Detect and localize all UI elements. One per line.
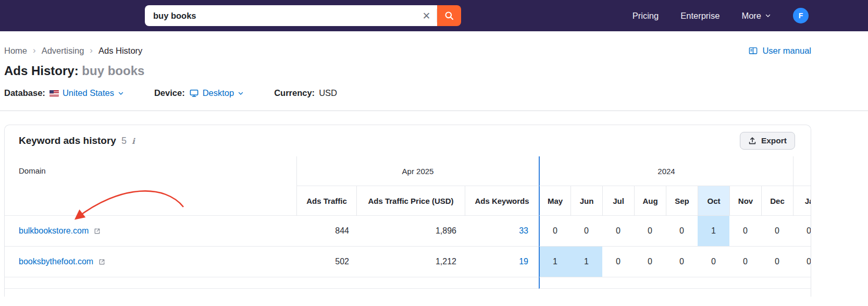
- external-link-icon[interactable]: [93, 227, 101, 235]
- nav-more[interactable]: More: [741, 11, 771, 21]
- device-filter: Device: Desktop: [154, 88, 244, 98]
- column-group-apr-2025: Apr 2025: [296, 156, 539, 186]
- month-cell: 0: [729, 247, 761, 277]
- search-bar: ✕: [145, 5, 461, 26]
- column-header-month: Dec: [761, 186, 793, 216]
- clear-search-button[interactable]: ✕: [416, 9, 437, 22]
- nav-enterprise[interactable]: Enterprise: [680, 11, 720, 21]
- top-nav: Pricing Enterprise More F: [633, 8, 868, 23]
- database-label: Database:: [4, 88, 45, 98]
- ads-keywords-link[interactable]: 33: [519, 226, 528, 236]
- ads-keywords-value: 33: [465, 216, 539, 247]
- breadcrumb-advertising[interactable]: Advertising: [42, 46, 84, 56]
- month-cell: 1: [539, 247, 571, 277]
- chevron-down-icon: [765, 13, 771, 19]
- month-cell: 0: [602, 216, 634, 247]
- month-cell: 0: [634, 247, 666, 277]
- table-row-domain: bulkbookstore.com: [5, 216, 296, 247]
- table-row-domain: booksbythefoot.com: [5, 247, 296, 277]
- keyword-ads-history-card: Keyword ads history 5 i Export Domain Ap…: [4, 125, 811, 297]
- column-header-month: Oct: [698, 186, 729, 216]
- month-cell: 0: [793, 216, 811, 247]
- export-icon: [748, 137, 757, 145]
- column-header-ads-keywords: Ads Keywords: [465, 186, 539, 216]
- user-manual-link[interactable]: User manual: [748, 46, 811, 56]
- device-label: Device:: [154, 88, 185, 98]
- ads-traffic-value: 502: [296, 247, 356, 277]
- month-cell: 0: [634, 216, 666, 247]
- section-divider: [0, 111, 868, 111]
- ads-traffic-price-value: 1,896: [356, 216, 465, 247]
- avatar[interactable]: F: [793, 8, 809, 23]
- column-header-month: Jun: [571, 186, 602, 216]
- us-flag-icon: [49, 90, 59, 96]
- table-row-partial: [5, 277, 539, 289]
- month-cell: 0: [602, 247, 634, 277]
- table-row-partial: [539, 277, 811, 289]
- domain-link[interactable]: booksbythefoot.com: [19, 257, 93, 266]
- search-submit-button[interactable]: [437, 5, 461, 26]
- column-group-2024: 2024: [539, 156, 793, 186]
- month-cell: 0: [666, 247, 698, 277]
- page-title-query: buy books: [82, 64, 144, 78]
- month-cell: 0: [793, 247, 811, 277]
- column-header-month: Ja: [793, 186, 811, 216]
- column-header-ads-traffic-price: Ads Traffic Price (USD): [356, 186, 465, 216]
- nav-pricing[interactable]: Pricing: [633, 11, 659, 21]
- search-input[interactable]: [145, 5, 437, 26]
- breadcrumb: Home › Advertising › Ads History: [4, 45, 142, 56]
- column-header-ads-traffic: Ads Traffic: [296, 186, 356, 216]
- info-icon[interactable]: i: [132, 137, 135, 146]
- month-cell: 0: [761, 247, 793, 277]
- desktop-icon: [189, 88, 199, 98]
- month-cell: 1: [571, 247, 602, 277]
- search-icon: [444, 10, 454, 21]
- chevron-down-icon: [118, 90, 124, 96]
- month-cell: 0: [698, 247, 729, 277]
- column-header-domain: Domain: [5, 156, 296, 216]
- page-title: Ads History: buy books: [4, 64, 864, 78]
- month-cell: 1: [698, 216, 729, 247]
- month-cell: 0: [666, 216, 698, 247]
- currency-value: USD: [319, 88, 337, 98]
- export-button[interactable]: Export: [740, 132, 795, 150]
- chevron-right-icon: ›: [33, 45, 36, 56]
- month-cell: 0: [729, 216, 761, 247]
- breadcrumb-home[interactable]: Home: [4, 46, 27, 56]
- chevron-down-icon: [238, 90, 244, 96]
- ads-traffic-value: 844: [296, 216, 356, 247]
- database-filter: Database: United States: [4, 88, 124, 98]
- close-icon: ✕: [423, 11, 431, 21]
- column-header-month: Jul: [602, 186, 634, 216]
- breadcrumb-current: Ads History: [98, 46, 142, 56]
- card-title: Keyword ads history 5 i: [19, 135, 135, 146]
- currency-label: Currency:: [274, 88, 315, 98]
- filters-bar: Database: United States Device: Desktop: [4, 88, 864, 98]
- result-count: 5: [121, 136, 127, 146]
- column-header-month: Sep: [666, 186, 698, 216]
- external-link-icon[interactable]: [98, 258, 106, 266]
- column-group-next: [793, 156, 811, 186]
- database-select[interactable]: United States: [49, 88, 124, 98]
- column-header-month: Aug: [634, 186, 666, 216]
- ads-traffic-price-value: 1,212: [356, 247, 465, 277]
- user-manual-label: User manual: [762, 46, 811, 56]
- ads-keywords-value: 19: [465, 247, 539, 277]
- book-icon: [748, 46, 758, 56]
- month-cell: 0: [761, 216, 793, 247]
- domain-link[interactable]: bulkbookstore.com: [19, 226, 89, 236]
- ads-keywords-link[interactable]: 19: [519, 257, 528, 266]
- currency-filter: Currency: USD: [274, 88, 337, 98]
- topbar: ✕ Pricing Enterprise More F: [0, 0, 868, 31]
- device-select[interactable]: Desktop: [189, 88, 244, 98]
- month-cell: 0: [571, 216, 602, 247]
- column-header-month: Nov: [729, 186, 761, 216]
- column-header-month: May: [539, 186, 571, 216]
- keyword-ads-history-table: Domain Apr 2025 2024 Ads Traffic Ads Tra…: [5, 156, 811, 289]
- month-cell: 0: [539, 216, 571, 247]
- chevron-right-icon: ›: [90, 45, 93, 56]
